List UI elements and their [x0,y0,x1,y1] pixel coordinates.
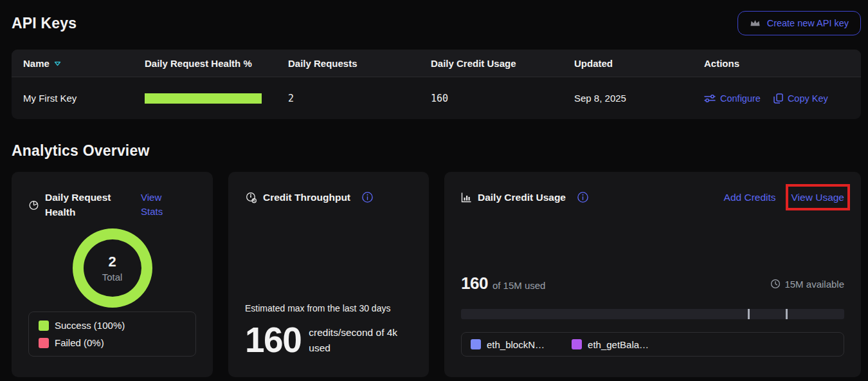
legend-item-success: Success (100%) [39,320,186,331]
analytics-cards: Daily Request Health View Stats 2 Total … [12,172,861,377]
updated-value: Sep 8, 2025 [574,93,704,104]
topbar: API Keys Create new API key [12,9,861,37]
credit-usage-progress-bar [461,309,844,319]
red-annotation-box: View Usage [791,190,844,205]
card-header: Daily Request Health View Stats [28,190,196,220]
view-stats-link[interactable]: View Stats [141,190,173,219]
info-icon[interactable] [577,191,589,203]
health-bar-cell [145,93,288,104]
create-api-key-button[interactable]: Create new API key [737,11,861,35]
clock-icon [770,279,781,289]
health-bar [145,93,262,104]
configure-link[interactable]: Configure [704,93,761,104]
column-header-requests: Daily Requests [288,58,431,69]
usage-card-links: Add Credits View Usage [724,190,844,205]
copy-icon [773,93,783,104]
info-icon[interactable] [361,191,374,203]
api-keys-table: Name Daily Request Health % Daily Reques… [12,50,861,119]
column-header-name[interactable]: Name [23,58,145,69]
api-key-name: My First Key [23,93,145,104]
dashboard-page: API Keys Create new API key Name Daily R… [0,9,868,377]
card-header: Daily Credit Usage Add Credits View Usag… [461,190,844,205]
card-title: Daily Credit Usage [478,190,566,205]
gauge-icon [245,192,257,203]
daily-requests-value: 2 [288,93,431,104]
copy-key-link[interactable]: Copy Key [773,93,828,104]
sliders-icon [704,94,716,103]
row-actions: Configure Copy Key [704,93,861,104]
view-usage-link[interactable]: View Usage [791,192,844,203]
usage-stats-row: 160 of 15M used 15M available [461,274,844,293]
credit-throughput-card: Credit Throughput Estimated max from the… [228,172,429,377]
card-title: Daily Request Health [45,190,120,220]
credits-used-value: 160 [461,274,488,293]
request-health-donut-chart: 2 Total [73,228,152,308]
column-header-credit-usage: Daily Credit Usage [431,58,574,69]
card-header: Credit Throughput [245,190,412,205]
pie-chart-icon [28,200,39,210]
daily-request-health-card: Daily Request Health View Stats 2 Total … [12,172,213,377]
throughput-value-row: 160 credits/second of 4k used [245,324,412,357]
bar-chart-icon [461,192,472,203]
failed-swatch [39,338,49,348]
legend-item-eth-blocknumber: eth_blockN… [471,339,545,350]
page-title: API Keys [12,15,77,32]
column-header-health: Daily Request Health % [145,58,288,69]
throughput-value: 160 [245,324,301,357]
donut-total-label: Total [102,272,123,283]
legend-item-failed: Failed (0%) [39,337,186,348]
create-api-key-label: Create new API key [767,18,849,28]
legend-item-eth-getbalance: eth_getBala… [572,339,649,350]
success-swatch [39,321,49,331]
usage-legend: eth_blockN… eth_getBala… [461,332,844,357]
daily-credit-usage-value: 160 [431,93,574,104]
donut-total-value: 2 [108,254,116,270]
column-header-actions: Actions [704,58,861,69]
table-header-row: Name Daily Request Health % Daily Reques… [12,50,861,77]
eth-blocknumber-swatch [471,339,481,349]
credits-available: 15M available [770,279,844,290]
throughput-unit: credits/second of 4k used [309,324,412,356]
health-legend: Success (100%) Failed (0%) [28,311,196,357]
usage-bar-tick [748,309,750,319]
sort-chevron-icon [54,61,61,66]
column-header-updated: Updated [574,58,704,69]
table-row: My First Key 2 160 Sep 8, 2025 Configure [12,77,861,119]
crown-icon [750,19,761,28]
card-title: Credit Throughput [263,190,350,205]
add-credits-link[interactable]: Add Credits [724,190,776,205]
eth-getbalance-swatch [572,339,582,349]
credits-used-suffix: of 15M used [493,280,546,291]
usage-bar-tick [786,309,788,319]
daily-credit-usage-card: Daily Credit Usage Add Credits View Usag… [444,172,861,377]
analytics-section-title: Analytics Overview [12,142,861,160]
throughput-subtitle: Estimated max from the last 30 days [245,303,412,313]
